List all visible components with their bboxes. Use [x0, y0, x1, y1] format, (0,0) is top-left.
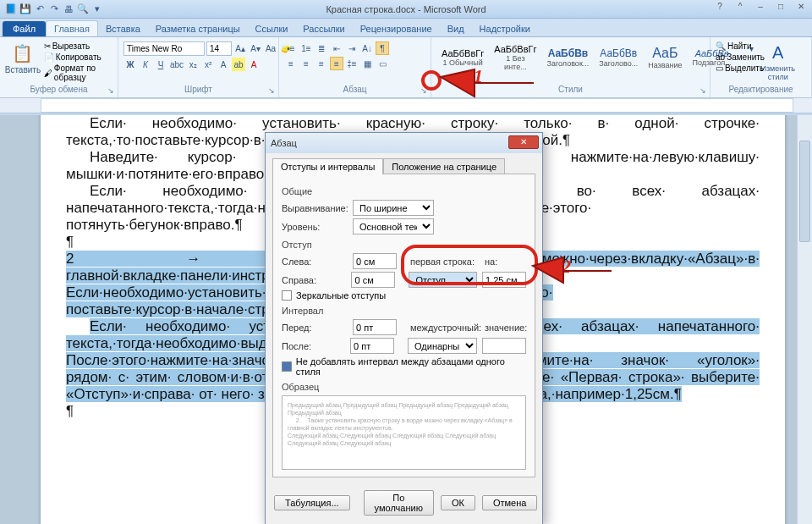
qat-undo-icon[interactable]: ↶	[34, 3, 46, 15]
file-tab[interactable]: Файл	[3, 21, 46, 36]
tab-addins[interactable]: Надстройки	[472, 21, 538, 36]
window-maximize-icon[interactable]: □	[773, 2, 788, 11]
style-heading2[interactable]: АаБбВвЗаголово...	[594, 45, 643, 70]
qat-more-icon[interactable]: ▾	[91, 3, 103, 15]
cut-button[interactable]: ✂Вырезать	[44, 41, 112, 51]
align-combo[interactable]: По ширине	[353, 200, 434, 216]
before-spin[interactable]	[353, 319, 397, 335]
clipboard-launcher-icon[interactable]: ↘	[107, 86, 114, 95]
numbering-icon[interactable]: 1≡	[299, 41, 313, 55]
checkbox-on-icon	[282, 361, 292, 372]
qat-preview-icon[interactable]: 🔍	[77, 3, 89, 15]
dialog-close-button[interactable]: ✕	[508, 135, 539, 149]
after-spin[interactable]	[350, 338, 394, 354]
align-right-icon[interactable]: ≡	[315, 57, 328, 70]
select-button[interactable]: ▭Выделить	[716, 63, 765, 73]
paragraph-launcher-icon[interactable]: ↘	[420, 86, 427, 95]
indent-icon[interactable]: ⇥	[345, 41, 359, 55]
multilevel-icon[interactable]: ≣	[315, 41, 328, 55]
font-group-label: Шрифт↘	[123, 85, 273, 96]
highlight-icon[interactable]: ab	[232, 58, 245, 71]
mirror-label: Зеркальные отступы	[296, 290, 386, 301]
superscript-icon[interactable]: x²	[201, 58, 215, 71]
dialog-titlebar[interactable]: Абзац ✕	[266, 133, 542, 153]
tab-home[interactable]: Главная	[46, 20, 98, 36]
tab-mailings[interactable]: Рассылки	[295, 21, 352, 36]
lineval-spin[interactable]	[482, 338, 526, 354]
tabs-button[interactable]: Табуляция...	[274, 495, 350, 510]
lineval-label: значение:	[485, 323, 525, 333]
scrollbar-thumb[interactable]	[799, 141, 810, 242]
show-marks-icon[interactable]: ¶	[376, 41, 389, 55]
line-combo[interactable]: Одинарный	[408, 338, 477, 354]
tab-layout[interactable]: Разметка страницы	[148, 21, 248, 36]
subscript-icon[interactable]: x₂	[186, 58, 200, 71]
font-color-icon[interactable]: A	[247, 58, 261, 71]
shading-icon[interactable]: ▦	[360, 57, 374, 70]
ruler-body[interactable]	[41, 98, 793, 113]
right-spin[interactable]	[351, 272, 395, 288]
tab-review[interactable]: Рецензирование	[353, 21, 440, 36]
ribbon-help-icon[interactable]: ?	[712, 2, 727, 11]
style-title[interactable]: АаБНазвание	[643, 43, 687, 72]
qat-save-icon[interactable]: 💾	[19, 3, 31, 15]
style-nospacing[interactable]: АаБбВвГг1 Без инте...	[489, 41, 541, 74]
style-heading1[interactable]: АаБбВвЗаголовок...	[542, 45, 595, 70]
tab-insert[interactable]: Вставка	[98, 21, 148, 36]
qat-redo-icon[interactable]: ↷	[48, 3, 60, 15]
dialog-title: Абзац	[271, 138, 297, 148]
bullets-icon[interactable]: •≡	[284, 41, 298, 55]
window-buttons: ? ^ – □ ✕	[712, 2, 809, 11]
ok-button[interactable]: ОК	[441, 495, 475, 510]
paste-label: Вставить	[5, 65, 41, 74]
dialog-tab-position[interactable]: Положение на странице	[383, 158, 505, 174]
paste-button[interactable]: 📋Вставить	[5, 41, 41, 76]
underline-icon[interactable]: Ч	[154, 58, 167, 71]
dedent-icon[interactable]: ⇤	[330, 41, 343, 55]
window-close-icon[interactable]: ✕	[793, 2, 809, 11]
styles-launcher-icon[interactable]: ↘	[700, 86, 706, 95]
dialog-tab-indents[interactable]: Отступы и интервалы	[272, 158, 383, 174]
left-spin[interactable]	[353, 253, 397, 269]
align-center-icon[interactable]: ≡	[299, 57, 313, 70]
grow-font-icon[interactable]: A▴	[233, 42, 247, 56]
level-combo[interactable]: Основной текст	[353, 218, 434, 234]
ruler[interactable]	[0, 98, 812, 113]
qat-word-icon: 📘	[5, 3, 17, 15]
before-label: Перед:	[282, 323, 348, 333]
font-size-combo[interactable]	[206, 41, 232, 56]
shrink-font-icon[interactable]: A▾	[249, 42, 262, 56]
cancel-button[interactable]: Отмена	[482, 495, 537, 510]
sort-icon[interactable]: A↓	[360, 41, 374, 55]
vertical-scrollbar[interactable]	[797, 115, 812, 524]
format-painter-button[interactable]: 🖌Формат по образцу	[44, 63, 112, 82]
line-spacing-icon[interactable]: ‡≡	[345, 57, 359, 70]
replace-button[interactable]: abЗаменить	[716, 52, 765, 62]
font-name-combo[interactable]	[123, 41, 205, 56]
find-button[interactable]: 🔍Найти	[716, 41, 765, 51]
tab-references[interactable]: Ссылки	[248, 21, 296, 36]
default-button[interactable]: По умолчанию	[364, 490, 434, 516]
select-label: Выделить	[725, 63, 764, 73]
tab-view[interactable]: Вид	[440, 21, 472, 36]
by-spin[interactable]	[482, 272, 526, 288]
align-left-icon[interactable]: ≡	[284, 57, 298, 70]
font-launcher-icon[interactable]: ↘	[268, 86, 275, 95]
editing-group-label: Редактирование	[716, 85, 806, 96]
nospace-checkbox[interactable]: Не добавлять интервал между абзацами одн…	[282, 356, 526, 377]
mirror-checkbox[interactable]: Зеркальные отступы	[282, 290, 526, 301]
strike-icon[interactable]: abc	[169, 58, 184, 71]
window-minimize-icon[interactable]: –	[753, 2, 768, 11]
qat-print-icon[interactable]: 🖶	[63, 3, 74, 15]
brush-icon: 🖌	[44, 69, 52, 78]
text-effects-icon[interactable]: A	[217, 58, 230, 71]
first-line-combo[interactable]: Отступ	[409, 272, 477, 288]
ribbon-minimize-icon[interactable]: ^	[732, 2, 748, 11]
italic-icon[interactable]: К	[139, 58, 152, 71]
justify-icon[interactable]: ≡	[330, 57, 343, 70]
change-case-icon[interactable]: Aa	[264, 42, 277, 56]
copy-button[interactable]: 📄Копировать	[44, 52, 112, 62]
bold-icon[interactable]: Ж	[123, 58, 137, 71]
copy-label: Копировать	[56, 52, 102, 62]
borders-icon[interactable]: ▭	[376, 57, 389, 70]
